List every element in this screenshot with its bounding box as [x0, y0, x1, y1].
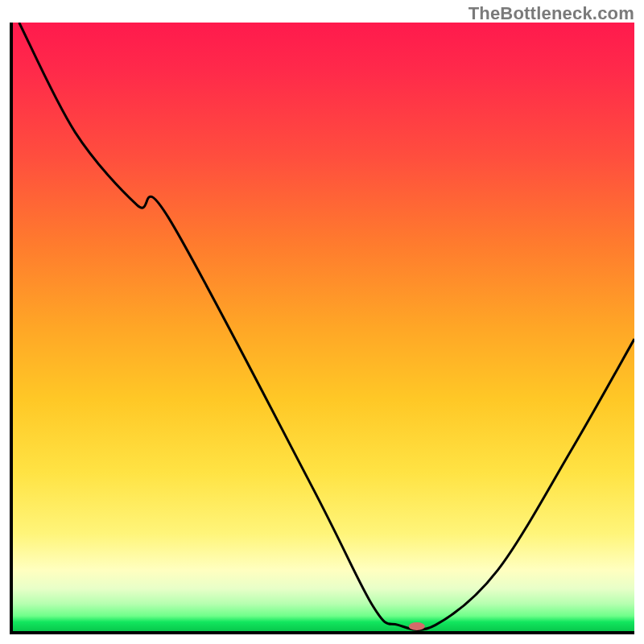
chart-container: TheBottleneck.com [0, 0, 644, 644]
bottleneck-curve-path [19, 23, 634, 630]
plot-area [10, 23, 634, 634]
watermark-text: TheBottleneck.com [469, 3, 634, 24]
optimal-marker [409, 622, 425, 630]
curve-svg [13, 23, 634, 631]
